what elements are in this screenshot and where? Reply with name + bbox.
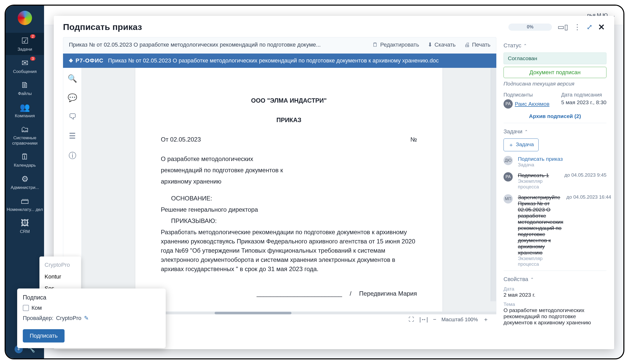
pencil-square-icon: 🗒: [372, 41, 378, 48]
sign-confirm-button[interactable]: Подписать: [23, 329, 65, 342]
task-item[interactable]: МП Зарегистрируйте Приказ № от 02.05.202…: [504, 194, 606, 267]
gear-icon: ⚙: [7, 174, 43, 184]
nav-label: Администри...: [11, 185, 39, 190]
add-task-label: Задача: [516, 141, 534, 148]
signed-banner: Документ подписан: [504, 67, 606, 78]
book-icon[interactable]: ▭▯: [558, 23, 568, 31]
outline-icon[interactable]: ☰: [69, 131, 76, 140]
tasks-section-header[interactable]: Задачи ⌃: [504, 128, 606, 135]
document-viewport[interactable]: ООО "ЭЛМА ИНДАСТРИ" ПРИКАЗ От 02.05.2023…: [82, 68, 496, 312]
add-task-outline-button[interactable]: ＋ Задача: [504, 138, 539, 151]
nav-label: Сообщения: [13, 69, 37, 74]
nav-label: Календарь: [14, 163, 36, 168]
doc-subject-line: рекомендаций по подготовке документов к: [161, 166, 417, 175]
envelope-icon: ✉: [7, 58, 43, 68]
nav-tasks[interactable]: 2 ☑ Задачи: [6, 33, 44, 55]
chat-icon[interactable]: 🗨: [69, 112, 76, 121]
provider-option[interactable]: Kontur: [39, 271, 81, 283]
provider-value: CryptoPro: [56, 315, 81, 322]
download-label: Скачать: [434, 41, 456, 48]
people-icon: 👥: [7, 102, 43, 112]
task-due: до 04.05.2023 16:44: [567, 194, 611, 267]
prop-date-label: Дата: [504, 286, 606, 292]
close-icon[interactable]: ✕: [598, 22, 605, 32]
file-icon: 🗎: [7, 80, 43, 90]
comment-icon[interactable]: 💬: [68, 93, 77, 102]
print-button[interactable]: 🖨 Печать: [464, 41, 490, 48]
signed-note: Подписана текущая версия: [504, 81, 606, 87]
nav-files[interactable]: 🗎 Файлы: [6, 77, 44, 99]
nav-label: CRM: [20, 229, 30, 234]
sign-date: 5 мая 2023 г., 8:30: [561, 99, 606, 105]
signature-name: Передвигина Мария: [359, 289, 417, 298]
archive-signatures-link[interactable]: Архив подписей (2): [504, 113, 606, 119]
prop-theme-value: О разработке методологических рекомендац…: [504, 307, 606, 326]
zoom-out-icon[interactable]: −: [433, 316, 436, 323]
search-icon[interactable]: 🔍: [68, 74, 77, 83]
document-page: ООО "ЭЛМА ИНДАСТРИ" ПРИКАЗ От 02.05.2023…: [135, 68, 443, 312]
task-item[interactable]: ДЮ Подписать приказ Задача: [504, 156, 606, 168]
task-due: до 04.05.2023 9:45: [564, 172, 606, 190]
task-title[interactable]: Подписать приказ: [518, 156, 606, 162]
doc-body: Разработать методологические рекомендаци…: [161, 228, 417, 274]
doc-title: ПРИКАЗ: [161, 115, 417, 125]
plus-icon: ＋: [508, 141, 514, 148]
r7-filename: Приказ № от 02.05.2023 О разработке мето…: [108, 57, 439, 64]
clipboard-icon: ☑: [7, 36, 43, 46]
badge: 2: [30, 34, 35, 38]
edit-button[interactable]: 🗒 Редактировать: [372, 41, 419, 48]
app-logo-icon: [18, 11, 32, 25]
nav-calendar[interactable]: 🗓 Календарь: [6, 149, 44, 171]
comment-checkbox-row[interactable]: Ком: [23, 305, 160, 311]
tasks-head-label: Задачи: [504, 128, 522, 135]
signer-link[interactable]: Раис Акхямов: [515, 101, 549, 107]
provider-label: Провайдер:: [23, 315, 54, 322]
sign-popup: Подписа Ком Провайдер: CryptoPro ✎ Подпи…: [17, 288, 166, 348]
nav-directories[interactable]: 🗂 Системные справочники: [6, 122, 44, 149]
nav-label: Задачи: [17, 47, 32, 52]
r7-logo: Р7-ОФИС: [69, 57, 103, 64]
nav-label: Компания: [15, 113, 35, 118]
nav-label: Файлы: [18, 91, 32, 96]
task-item[interactable]: РА Подписать 1 Экземпляр процесса до 04.…: [504, 172, 606, 190]
more-vertical-icon[interactable]: ⋮: [574, 23, 581, 31]
prop-date-value: 2 мая 2023 г.: [504, 292, 606, 298]
expand-icon[interactable]: ⤢: [586, 23, 592, 31]
pencil-icon[interactable]: ✎: [84, 315, 89, 322]
download-button[interactable]: ⬇ Скачать: [428, 41, 456, 48]
doc-subject-line: архивному хранению: [161, 177, 417, 186]
nav-admin[interactable]: ⚙ Администри...: [6, 171, 44, 193]
nav-nomenclature[interactable]: 🗃 Номенклату... дел: [6, 193, 44, 215]
info-icon[interactable]: ⓘ: [69, 151, 76, 161]
status-value: Согласован: [504, 52, 606, 64]
archive-icon: 🗃: [7, 196, 43, 206]
nav-label: Номенклату... дел: [7, 207, 43, 212]
checkbox-icon[interactable]: [23, 305, 29, 311]
avatar: МП: [504, 194, 513, 204]
comment-label: Ком: [32, 305, 42, 311]
doc-org: ООО "ЭЛМА ИНДАСТРИ": [161, 96, 417, 105]
edit-label: Редактировать: [380, 41, 419, 48]
fit-width-icon[interactable]: |↔|: [419, 316, 428, 323]
avatar: РА: [504, 172, 513, 181]
side-info-panel: Статус ⌃ Согласован Документ подписан По…: [496, 37, 614, 349]
nav-company[interactable]: 👥 Компания: [6, 99, 44, 122]
calendar-icon: 🗓: [7, 152, 43, 162]
signers-label: Подписанты: [504, 92, 549, 98]
chevron-up-icon: ⌃: [523, 43, 527, 48]
task-subtitle: Задача: [518, 162, 606, 168]
r7-office-bar: Р7-ОФИС Приказ № от 02.05.2023 О разрабо…: [63, 53, 496, 68]
id-icon: 🖼: [7, 218, 43, 228]
nav-crm[interactable]: 🖼 CRM: [6, 215, 44, 237]
fit-page-icon[interactable]: ⛶: [408, 316, 414, 323]
properties-section-header[interactable]: Свойства ⌃: [504, 276, 606, 283]
zoom-in-icon[interactable]: ＋: [483, 316, 489, 323]
provider-option[interactable]: CryptoPro: [39, 259, 81, 271]
nav-messages[interactable]: 3 ✉ Сообщения: [6, 55, 44, 77]
document-name: Приказ № от 02.05.2023 О разработке мето…: [69, 41, 364, 48]
status-section-header[interactable]: Статус ⌃: [504, 42, 606, 49]
progress-indicator: 0%: [508, 24, 552, 31]
doc-date: От 02.05.2023: [161, 135, 201, 144]
doc-number-label: №: [410, 135, 417, 144]
printer-icon: 🖨: [464, 41, 470, 48]
